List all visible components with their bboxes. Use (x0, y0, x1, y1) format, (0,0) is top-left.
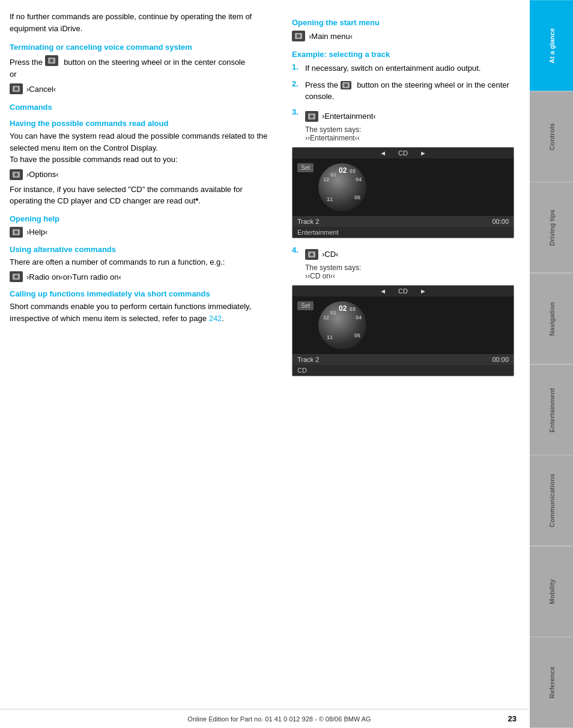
svg-point-1 (50, 59, 53, 62)
cd-dial-1: 12 01 02 03 04 05 11 (318, 163, 366, 211)
commands-title: Commands (10, 103, 274, 112)
cd-time-2: 00:00 (492, 356, 509, 363)
step-3-content: ›Entertainment‹ The system says: ››Enter… (305, 107, 376, 142)
using-alt-text: There are often a number of commands to … (10, 256, 274, 268)
step-1: 1. If necessary, switch on entertainment… (292, 62, 514, 74)
cd-set-2: Set (297, 301, 314, 310)
cd-num-05: 05 (354, 194, 360, 200)
step-4-command: ›CD‹ (305, 249, 361, 260)
cd-set-1: Set (297, 163, 314, 172)
intro-text: If no further commands are possible, con… (10, 11, 274, 34)
svg-point-3 (14, 87, 18, 91)
options-command: ›Options‹ (10, 169, 274, 180)
cd-body-2: Set 12 01 02 03 04 05 11 (293, 296, 514, 354)
radio-cmd2: ›Turn radio on‹ (70, 272, 121, 281)
step-3: 3. ›Entertainment‹ The system says: ››En… (292, 107, 514, 142)
sidebar-tab-driving[interactable]: Driving tips (530, 182, 573, 273)
cd2-num-12: 12 (323, 314, 329, 320)
cd-track-label-2: Track 2 (297, 356, 319, 363)
cd-prev-2: ◄ (380, 287, 386, 295)
steps-list: 1. If necessary, switch on entertainment… (292, 62, 514, 142)
step-1-text: If necessary, switch on entertainment au… (305, 62, 514, 74)
cd-prev-1: ◄ (380, 149, 386, 157)
sidebar-tab-entertainment[interactable]: Entertainment (530, 364, 573, 456)
cd-num-02: 02 (339, 166, 347, 175)
content-area: If no further commands are possible, con… (0, 0, 530, 728)
cd-num-12: 12 (323, 176, 329, 182)
cd-num-01: 01 (330, 172, 336, 178)
cd-next-2: ► (420, 287, 426, 295)
step-3-says-label: The system says: (305, 125, 376, 134)
cancel-cmd-text: ›Cancel‹ (26, 85, 56, 94)
step-4-num: 4. (292, 245, 302, 280)
sidebar-tab-at-a-glance[interactable]: At a glance (530, 0, 573, 91)
voice-icon-main (292, 31, 305, 41)
terminating-text: Press the button on the steering wheel o… (10, 55, 274, 80)
cd-top-bar-2: ◄ CD ► (293, 286, 514, 296)
step-2-text: Press the button on the steering wheel o… (305, 79, 514, 103)
cd-numbers-1: 12 01 02 03 04 05 11 (318, 163, 366, 211)
right-sidebar: At a glance Controls Driving tips Naviga… (530, 0, 573, 728)
step-3-cmd: ›Entertainment‹ (322, 112, 376, 121)
step-2: 2. Press the button on the steering whee… (292, 79, 514, 103)
cd2-num-03: 03 (350, 306, 356, 312)
sidebar-tab-communications[interactable]: Communications (530, 455, 573, 546)
step-3-command: ›Entertainment‹ (305, 111, 376, 122)
cd2-num-11: 11 (327, 334, 333, 340)
voice-icon-help (10, 227, 23, 238)
voice-icon-step3 (305, 111, 318, 122)
cd-track-label-1: Track 2 (297, 218, 319, 225)
calling-link[interactable]: 242 (209, 314, 222, 323)
svg-point-13 (344, 83, 348, 87)
steering-btn-icon (45, 55, 58, 66)
cd-top-bar-1: ◄ CD ► (293, 148, 514, 158)
step-4-content: ›CD‹ The system says: ››CD on‹‹ (305, 245, 361, 280)
main-menu-cmd: ›Main menu‹ (309, 32, 353, 41)
step-3-says-text: ››Entertainment‹‹ (305, 134, 376, 142)
right-column: Opening the start menu ›Main menu‹ Examp… (292, 11, 520, 704)
radio-cmd-or: or (63, 272, 70, 281)
cd2-num-01: 01 (330, 310, 336, 316)
having-text: You can have the system read aloud the p… (10, 130, 274, 166)
having-title: Having the possible commands read aloud (10, 119, 274, 128)
step-4-cmd: ›CD‹ (322, 250, 338, 259)
cd-label-1: CD (398, 149, 408, 157)
voice-icon-options (10, 169, 23, 180)
step-3-num: 3. (292, 107, 302, 142)
terminating-title: Terminating or canceling voice command s… (10, 43, 274, 52)
cd-body-1: Set 12 01 02 03 04 05 11 (293, 158, 514, 216)
footer-text: Online Edition for Part no. 01 41 0 012 … (60, 715, 499, 723)
voice-icon-cancel (10, 83, 23, 94)
cd-num-04: 04 (356, 176, 362, 182)
sidebar-tab-navigation[interactable]: Navigation (530, 273, 573, 364)
cd-label-2: CD (398, 287, 408, 295)
voice-icon-step4 (305, 249, 318, 260)
having-footer: For instance, if you have selected "CD" … (10, 184, 274, 207)
cd-time-1: 00:00 (492, 218, 509, 225)
cd-num-03: 03 (350, 168, 356, 174)
step-1-num: 1. (292, 62, 302, 74)
page-wrapper: If no further commands are possible, con… (0, 0, 573, 728)
calling-text: Short commands enable you to perform cer… (10, 301, 274, 324)
cd-screenshot-2: ◄ CD ► Set 12 01 02 03 04 05 1 (292, 285, 514, 376)
radio-commands: ›Radio on‹ or ›Turn radio on‹ (10, 271, 274, 282)
step-4: 4. ›CD‹ The system says: ››CD on‹‹ (292, 245, 514, 280)
cd-track-row-2: Track 2 00:00 (293, 354, 514, 365)
radio-cmd1: ›Radio on‹ (26, 272, 63, 281)
sidebar-tab-reference[interactable]: Reference (530, 637, 573, 728)
opening-help-title: Opening help (10, 214, 274, 223)
left-column: If no further commands are possible, con… (10, 11, 286, 704)
steps-list-2: 4. ›CD‹ The system says: ››CD on‹‹ (292, 245, 514, 280)
cd-next-1: ► (420, 149, 426, 157)
voice-icon-radio (10, 271, 23, 282)
asterisk: * (195, 196, 198, 205)
cd-num-11: 11 (327, 196, 333, 202)
svg-point-5 (14, 173, 18, 176)
step-2-num: 2. (292, 79, 302, 103)
sidebar-tab-controls[interactable]: Controls (530, 91, 573, 182)
calling-title: Calling up functions immediately via sho… (10, 289, 274, 298)
svg-point-15 (310, 115, 314, 118)
step2-btn-icon (341, 81, 351, 89)
cd-bottom-label-2: CD (293, 365, 514, 376)
sidebar-tab-mobility[interactable]: Mobility (530, 546, 573, 637)
